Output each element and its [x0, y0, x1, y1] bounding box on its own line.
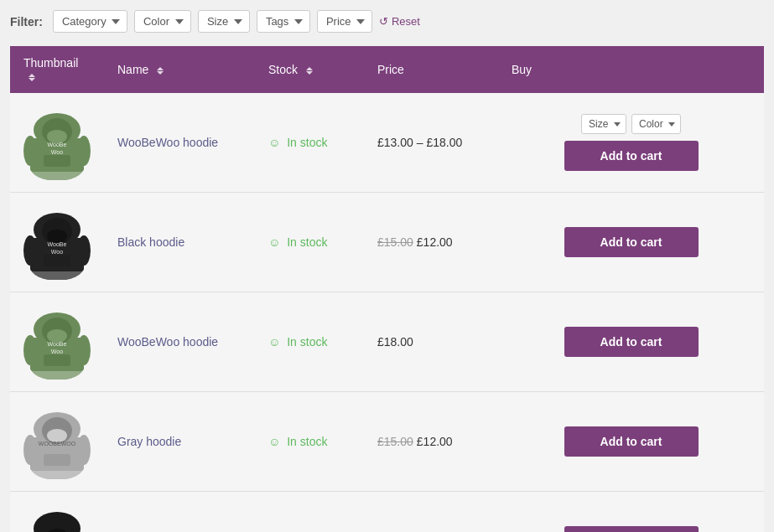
svg-rect-7 — [44, 155, 70, 167]
size-filter[interactable]: Size — [198, 10, 250, 33]
product-stock-cell: ☺ In stock — [255, 492, 364, 533]
stock-status: In stock — [287, 335, 327, 349]
svg-rect-27 — [44, 354, 70, 366]
product-name-cell: Black Hoodie — [104, 492, 255, 533]
product-buy-cell: Add to cart — [498, 292, 764, 392]
svg-point-12 — [23, 235, 37, 266]
product-name-cell: Gray hoodie — [104, 392, 255, 492]
product-thumbnail-cell: W — [10, 492, 104, 533]
table-row: W Black Hoodie ☺ In stock £20.00 Add to … — [10, 492, 764, 533]
th-buy: Buy — [498, 46, 764, 93]
product-stock-cell: ☺ In stock — [255, 292, 364, 392]
product-thumbnail: WooBe Woo — [23, 204, 91, 280]
filter-label: Filter: — [10, 15, 43, 28]
product-buy-cell: Add to cart — [498, 492, 764, 533]
product-stock-cell: ☺ In stock — [255, 392, 364, 492]
th-thumbnail[interactable]: Thumbnail — [10, 46, 104, 93]
svg-point-3 — [77, 136, 91, 166]
product-thumbnail-cell: WooBe Woo — [10, 193, 104, 292]
svg-rect-17 — [44, 255, 70, 266]
reset-label: Reset — [392, 15, 420, 28]
product-thumbnail-cell: WooBe Woo — [10, 93, 104, 193]
price-range: £13.00 – £18.00 — [377, 136, 462, 149]
product-name: WooBeWoo hoodie — [117, 136, 218, 149]
price-original: £15.00 — [377, 235, 413, 249]
in-stock-icon: ☺ — [268, 335, 280, 349]
th-price: Price — [364, 46, 498, 93]
color-filter[interactable]: Color — [134, 10, 191, 33]
stock-status: In stock — [287, 235, 327, 249]
svg-point-32 — [23, 435, 37, 465]
product-thumbnail: W — [23, 504, 91, 532]
reset-link[interactable]: ↺ Reset — [379, 15, 420, 28]
add-to-cart-button[interactable]: Add to cart — [564, 327, 699, 357]
svg-text:WooBe: WooBe — [48, 142, 67, 147]
price-sale: £12.00 — [417, 235, 453, 249]
buy-controls: Add to cart — [512, 327, 751, 357]
product-price-cell: £20.00 — [364, 492, 498, 533]
product-buy-cell: Size Color Add to cart — [498, 93, 764, 193]
svg-text:WOOBEWOO: WOOBEWOO — [39, 441, 76, 447]
sort-arrow-stock — [306, 67, 313, 75]
table-row: WooBe Woo WooBeWoo hoodie ☺ In stock £18… — [10, 292, 764, 392]
price-original: £15.00 — [377, 435, 413, 448]
filter-bar: Filter: Category Color Size Tags Price ↺… — [10, 10, 764, 33]
product-name: WooBeWoo hoodie — [117, 335, 218, 349]
th-stock[interactable]: Stock — [255, 46, 364, 93]
product-name-cell: Black hoodie — [104, 193, 255, 292]
svg-text:Woo: Woo — [51, 349, 63, 354]
product-name: Gray hoodie — [117, 435, 181, 448]
svg-text:WooBe: WooBe — [48, 341, 67, 347]
product-stock-cell: ☺ In stock — [255, 193, 364, 292]
product-thumbnail: WOOBEWOO — [23, 404, 91, 479]
svg-text:Woo: Woo — [51, 249, 63, 255]
svg-point-22 — [23, 335, 37, 365]
price-sale: £12.00 — [417, 435, 453, 448]
table-header-row: Thumbnail Name Stock Price — [10, 46, 764, 93]
product-buy-cell: Add to cart — [498, 392, 764, 492]
th-name[interactable]: Name — [104, 46, 255, 93]
add-to-cart-button[interactable]: Add to cart — [564, 426, 699, 457]
svg-point-23 — [77, 335, 91, 365]
product-thumbnail: WooBe Woo — [23, 105, 91, 180]
in-stock-icon: ☺ — [268, 435, 280, 448]
product-buy-cell: Add to cart — [498, 193, 764, 292]
in-stock-icon: ☺ — [268, 136, 280, 149]
product-thumbnail-cell: WooBe Woo — [10, 292, 104, 392]
svg-point-2 — [23, 136, 37, 166]
add-to-cart-button[interactable]: Add to cart — [564, 141, 699, 171]
product-stock-cell: ☺ In stock — [255, 93, 364, 193]
add-to-cart-button[interactable]: Add to cart — [564, 526, 699, 532]
product-thumbnail-cell: WOOBEWOO — [10, 392, 104, 492]
category-filter[interactable]: Category — [53, 10, 127, 33]
product-price-cell: £15.00£12.00 — [364, 392, 498, 492]
price-single: £18.00 — [377, 335, 413, 349]
tags-filter[interactable]: Tags — [257, 10, 310, 33]
product-price-cell: £15.00£12.00 — [364, 193, 498, 292]
stock-status: In stock — [287, 136, 327, 149]
table-row: WooBe Woo WooBeWoo hoodie ☺ In stock £13… — [10, 93, 764, 193]
table-row: WooBe Woo Black hoodie ☺ In stock £15.00… — [10, 193, 764, 292]
size-select[interactable]: Size — [581, 114, 626, 134]
add-to-cart-button[interactable]: Add to cart — [564, 227, 699, 257]
svg-text:WooBe: WooBe — [48, 241, 67, 247]
stock-status: In stock — [287, 435, 327, 448]
product-name: Black hoodie — [117, 235, 184, 249]
product-thumbnail: WooBe Woo — [23, 304, 91, 380]
table-row: WOOBEWOO Gray hoodie ☺ In stock £15.00£1… — [10, 392, 764, 492]
buy-controls: Size Color Add to cart — [512, 114, 751, 171]
price-filter[interactable]: Price — [317, 10, 372, 33]
sort-arrow-name — [157, 67, 164, 75]
color-select[interactable]: Color — [631, 114, 681, 134]
buy-controls: Add to cart — [512, 426, 751, 457]
sort-arrow-thumbnail — [29, 74, 35, 81]
product-price-cell: £13.00 – £18.00 — [364, 93, 498, 193]
svg-rect-37 — [44, 454, 70, 466]
product-name-cell: WooBeWoo hoodie — [104, 292, 255, 392]
svg-point-13 — [77, 235, 91, 266]
svg-text:Woo: Woo — [51, 149, 63, 155]
svg-point-33 — [77, 435, 91, 465]
buy-controls: Add to cart — [512, 227, 751, 257]
in-stock-icon: ☺ — [268, 235, 280, 249]
buy-controls: Add to cart — [512, 526, 751, 532]
